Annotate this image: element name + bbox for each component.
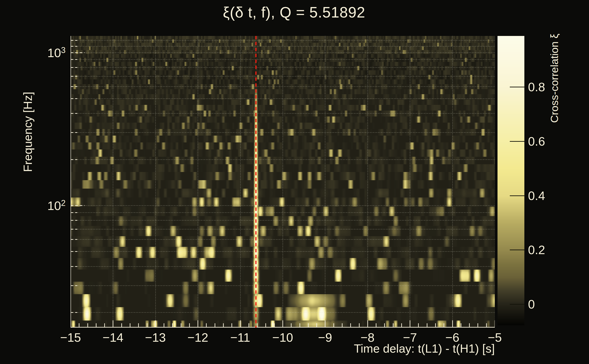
colorbar-tick-label: 0.4 [528, 188, 545, 203]
y-tick-label: 102 [47, 199, 65, 212]
y-axis-tick-labels: 103102 [0, 0, 65, 364]
x-axis-label: Time delay: t(L1) - t(H1) [s] [71, 342, 495, 355]
y-tick-label: 103 [47, 46, 65, 59]
colorbar-tick-label: 0.8 [528, 80, 545, 94]
figure-root: ξ(δ t, f), Q = 5.51892 Frequency [Hz] 10… [0, 0, 589, 364]
chart-title: ξ(δ t, f), Q = 5.51892 [82, 4, 506, 21]
heatmap-canvas [71, 36, 495, 328]
colorbar-label: Cross-correlation ξ [548, 32, 561, 123]
colorbar-tick-label: 0.2 [528, 243, 545, 257]
colorbar [497, 36, 524, 325]
colorbar-tick-label: 0.6 [528, 134, 545, 148]
colorbar-tick-label: 0 [528, 297, 535, 311]
